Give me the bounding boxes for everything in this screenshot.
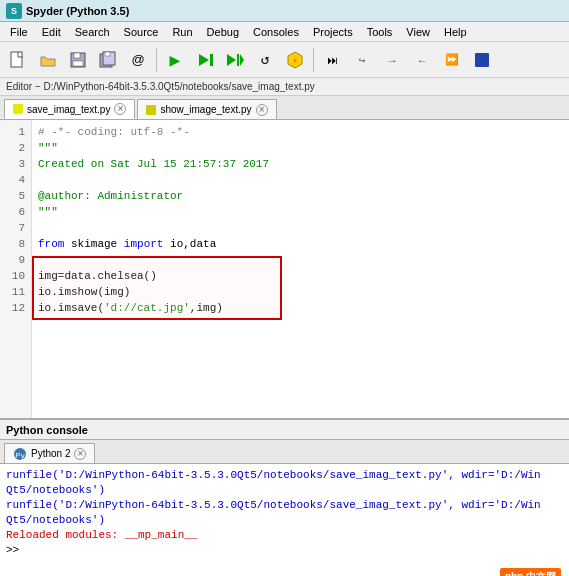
svg-rect-10 xyxy=(237,54,239,66)
tab-close-save-imag[interactable]: × xyxy=(114,103,126,115)
console-line-4: Qt5/notebooks') xyxy=(6,513,563,528)
svg-rect-8 xyxy=(210,54,213,66)
debug-run-button[interactable]: ⏭ xyxy=(318,46,346,74)
find-button[interactable]: @ xyxy=(124,46,152,74)
svg-marker-9 xyxy=(227,54,236,66)
tab-label-show-image: show_image_text.py xyxy=(160,104,251,115)
editor-path: Editor − D:/WinPython-64bit-3.5.3.0Qt5/n… xyxy=(0,78,569,96)
code-line-11: io.imshow(img) xyxy=(38,284,563,300)
menu-projects[interactable]: Projects xyxy=(307,25,359,39)
console-line-1: runfile('D:/WinPython-64bit-3.5.3.0Qt5/n… xyxy=(6,468,563,483)
php-watermark: php 中文网 xyxy=(500,568,561,576)
console-line-6: >> xyxy=(6,543,563,558)
tab-close-show-image[interactable]: × xyxy=(256,104,268,116)
svg-text:↪: ↪ xyxy=(359,55,366,67)
menu-run[interactable]: Run xyxy=(166,25,198,39)
separator-1 xyxy=(156,48,157,72)
rerun-button[interactable]: ↺ xyxy=(251,46,279,74)
line-numbers: 1 2 3 4 5 6 7 8 9 10 11 12 xyxy=(0,120,32,418)
open-file-button[interactable] xyxy=(34,46,62,74)
stop-debug-button[interactable] xyxy=(468,46,496,74)
editor-tab-bar: save_imag_text.py × show_image_text.py × xyxy=(0,96,569,120)
console-tab-close[interactable]: × xyxy=(74,448,86,460)
code-line-12: io.imsave('d://cat.jpg',img) xyxy=(38,300,563,316)
console-tab-bar: Py Python 2 × xyxy=(0,440,569,464)
tab-label-save-imag: save_imag_text.py xyxy=(27,104,110,115)
console-tab-label: Python 2 xyxy=(31,448,70,459)
menu-tools[interactable]: Tools xyxy=(361,25,399,39)
menu-view[interactable]: View xyxy=(400,25,436,39)
menu-consoles[interactable]: Consoles xyxy=(247,25,305,39)
save-all-button[interactable] xyxy=(94,46,122,74)
code-line-7 xyxy=(38,220,563,236)
save-file-button[interactable] xyxy=(64,46,92,74)
code-line-8: from skimage import io,data xyxy=(38,236,563,252)
new-file-button[interactable] xyxy=(4,46,32,74)
svg-rect-3 xyxy=(73,61,83,66)
menu-search[interactable]: Search xyxy=(69,25,116,39)
svg-marker-11 xyxy=(240,54,244,66)
tab-show-image[interactable]: show_image_text.py × xyxy=(137,99,276,119)
svg-rect-6 xyxy=(105,52,110,56)
code-editor: 1 2 3 4 5 6 7 8 9 10 11 12 # -*- coding:… xyxy=(0,120,569,420)
menu-edit[interactable]: Edit xyxy=(36,25,67,39)
menu-source[interactable]: Source xyxy=(118,25,165,39)
python-icon: Py xyxy=(13,447,27,461)
code-line-5: @author: Administrator xyxy=(38,188,563,204)
code-line-2: """ xyxy=(38,140,563,156)
console-section-label: Python console xyxy=(6,424,88,436)
console-output[interactable]: runfile('D:/WinPython-64bit-3.5.3.0Qt5/n… xyxy=(0,464,569,576)
window-title: Spyder (Python 3.5) xyxy=(26,5,129,17)
separator-2 xyxy=(313,48,314,72)
code-line-4 xyxy=(38,172,563,188)
console-line-2: Qt5/notebooks') xyxy=(6,483,563,498)
svg-rect-0 xyxy=(11,52,22,67)
toolbar: @ ▶ ↺ ⚡ ⏭ ↪ → ← ⏩ xyxy=(0,42,569,78)
app-icon: S xyxy=(6,3,22,19)
code-line-9 xyxy=(38,252,563,268)
console-section-header: Python console xyxy=(0,420,569,440)
bottom-container: Python console Py Python 2 × runfile('D:… xyxy=(0,420,569,576)
svg-rect-2 xyxy=(74,53,80,58)
run-cell-button[interactable] xyxy=(191,46,219,74)
run-cell-advance-button[interactable] xyxy=(221,46,249,74)
debug-continue-button[interactable]: ⏩ xyxy=(438,46,466,74)
code-line-6: """ xyxy=(38,204,563,220)
code-line-1: # -*- coding: utf-8 -*- xyxy=(38,124,563,140)
console-line-3: runfile('D:/WinPython-64bit-3.5.3.0Qt5/n… xyxy=(6,498,563,513)
title-bar: S Spyder (Python 3.5) xyxy=(0,0,569,22)
menu-bar: File Edit Search Source Run Debug Consol… xyxy=(0,22,569,42)
svg-text:⚡: ⚡ xyxy=(292,57,297,67)
tab-save-imag[interactable]: save_imag_text.py × xyxy=(4,99,135,119)
tab-icon-save-imag xyxy=(13,104,23,114)
menu-debug[interactable]: Debug xyxy=(201,25,245,39)
code-line-10: img=data.chelsea() xyxy=(38,268,563,284)
console-tab-python2[interactable]: Py Python 2 × xyxy=(4,443,95,463)
console-line-5: Reloaded modules: __mp_main__ xyxy=(6,528,563,543)
svg-text:←: ← xyxy=(419,55,426,67)
debug-return-button[interactable]: ← xyxy=(408,46,436,74)
svg-text:→: → xyxy=(389,55,396,67)
run-button[interactable]: ▶ xyxy=(161,46,189,74)
menu-file[interactable]: File xyxy=(4,25,34,39)
code-area[interactable]: # -*- coding: utf-8 -*- """ Created on S… xyxy=(32,120,569,418)
debug-next-button[interactable]: → xyxy=(378,46,406,74)
stop-button[interactable]: ⚡ xyxy=(281,46,309,74)
editor-path-label: Editor − D:/WinPython-64bit-3.5.3.0Qt5/n… xyxy=(6,81,315,92)
svg-text:Py: Py xyxy=(15,451,24,460)
code-line-3: Created on Sat Jul 15 21:57:37 2017 xyxy=(38,156,563,172)
svg-marker-7 xyxy=(199,54,209,66)
menu-help[interactable]: Help xyxy=(438,25,473,39)
debug-step-button[interactable]: ↪ xyxy=(348,46,376,74)
tab-icon-show-image xyxy=(146,105,156,115)
